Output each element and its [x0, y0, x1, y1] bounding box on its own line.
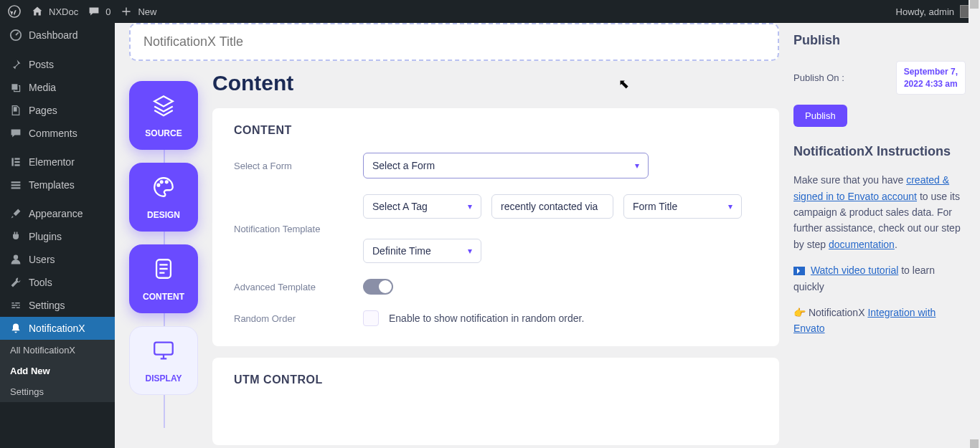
sidebar-item-elementor[interactable]: Elementor [0, 151, 115, 173]
select-via[interactable]: recently contacted via [491, 194, 613, 219]
sidebar-item-tools[interactable]: Tools [0, 271, 115, 294]
instructions-heading: NotificationX Instructions [793, 144, 966, 159]
select-value: Definite Time [372, 245, 431, 257]
utm-card: UTM CONTROL [212, 358, 779, 445]
scroll-up-arrow[interactable] [970, 0, 979, 9]
sidebar-item-media[interactable]: Media [0, 76, 115, 99]
select-value: Select a Form [372, 160, 435, 171]
svg-point-6 [14, 255, 18, 259]
sidebar-item-posts[interactable]: Posts [0, 53, 115, 76]
step-source[interactable]: SOURCE [129, 81, 198, 150]
sidebar-item-label: NotificationX [29, 323, 85, 334]
notification-title-input[interactable] [143, 34, 765, 49]
sidebar-item-dashboard[interactable]: Dashboard [0, 23, 115, 47]
elementor-icon [9, 156, 23, 168]
select-value: Select A Tag [372, 201, 428, 212]
select-tag[interactable]: Select A Tag ▾ [363, 194, 481, 219]
select-form[interactable]: Select a Form ▾ [363, 153, 649, 178]
svg-point-0 [9, 6, 20, 17]
wp-adminbar: NXDoc 0 New Howdy, admin [0, 0, 980, 23]
right-rail: Publish Publish On : September 7, 2022 4… [793, 23, 966, 448]
svg-rect-2 [11, 158, 13, 166]
label-advanced-template: Advanced Template [234, 282, 363, 292]
sidebar-item-label: Posts [29, 59, 54, 70]
svg-point-8 [161, 181, 163, 183]
comment-icon [9, 128, 23, 139]
instructions-paragraph: Make sure that you have created & signed… [793, 172, 966, 252]
label-notification-template: Notification Template [234, 224, 363, 234]
sidebar-item-label: Elementor [29, 156, 75, 168]
toggle-advanced-template[interactable] [363, 279, 393, 295]
sidebar-item-settings[interactable]: Settings [0, 294, 115, 317]
wp-logo-menu[interactable] [7, 5, 22, 18]
sidebar-item-label: Settings [29, 300, 65, 311]
publish-button[interactable]: Publish [793, 105, 847, 127]
sidebar-item-templates[interactable]: Templates [0, 173, 115, 196]
checkbox-random-order[interactable] [363, 310, 379, 326]
chevron-down-icon: ▾ [468, 201, 472, 211]
random-order-hint: Enable to show notification in random or… [389, 313, 584, 324]
sidebar-item-plugins[interactable]: Plugins [0, 225, 115, 248]
select-definite-time[interactable]: Definite Time ▾ [363, 239, 481, 263]
step-display[interactable]: DISPLAY [129, 326, 198, 395]
home-icon [30, 6, 44, 17]
section-heading-utm: UTM CONTROL [234, 373, 758, 386]
wordpress-icon [7, 5, 22, 18]
plug-icon [9, 231, 23, 242]
comment-icon [87, 6, 101, 17]
section-heading-content: CONTENT [234, 124, 758, 137]
step-content[interactable]: CONTENT [129, 244, 198, 313]
wrench-icon [9, 277, 23, 288]
comments-menu[interactable]: 0 [87, 6, 110, 17]
sidebar-item-notificationx[interactable]: NotificationX [0, 317, 115, 340]
publish-heading: Publish [793, 33, 966, 48]
new-label: New [138, 6, 156, 17]
scroll-down-arrow[interactable] [970, 439, 979, 448]
sidebar-item-pages[interactable]: Pages [0, 99, 115, 122]
sidebar-item-label: Plugins [29, 231, 62, 242]
label-random-order: Random Order [234, 313, 363, 324]
templates-icon [9, 179, 23, 191]
brush-icon [9, 208, 23, 219]
page-title: Content [212, 71, 779, 95]
submenu-item-all[interactable]: All NotificationX [0, 340, 115, 361]
bell-icon [9, 323, 23, 334]
site-name-menu[interactable]: NXDoc [30, 6, 78, 17]
sidebar-item-label: Comments [29, 128, 77, 139]
sidebar-item-comments[interactable]: Comments [0, 122, 115, 145]
step-label: SOURCE [145, 128, 182, 138]
howdy-text: Howdy, admin [896, 6, 954, 17]
select-value: recently contacted via [501, 201, 598, 212]
publish-date-box[interactable]: September 7, 2022 4:33 am [896, 61, 966, 95]
publish-on-label: Publish On : [793, 72, 844, 83]
user-icon [9, 254, 23, 265]
layers-icon [151, 93, 176, 123]
sidebar-item-users[interactable]: Users [0, 248, 115, 271]
publish-date-line1: September 7, [904, 67, 958, 77]
sidebar-item-label: Tools [29, 277, 52, 288]
step-label: DISPLAY [146, 373, 182, 383]
sidebar-item-label: Media [29, 82, 56, 93]
sidebar-item-label: Appearance [29, 208, 83, 219]
new-content-menu[interactable]: New [119, 6, 156, 17]
wizard-steps: SOURCE DESIGN CONTENT DISPLAY [129, 81, 198, 448]
select-form-title[interactable]: Form Title ▾ [623, 194, 742, 219]
monitor-icon [151, 338, 176, 368]
link-documentation[interactable]: documentation [829, 239, 895, 250]
sidebar-item-appearance[interactable]: Appearance [0, 202, 115, 225]
comments-count: 0 [105, 6, 110, 17]
site-name: NXDoc [49, 6, 78, 17]
step-label: CONTENT [143, 292, 184, 302]
link-watch-video[interactable]: Watch video tutorial [811, 264, 898, 276]
label-select-form: Select a Form [234, 161, 363, 171]
submenu-item-addnew[interactable]: Add New [0, 361, 115, 381]
submenu-item-settings[interactable]: Settings [0, 381, 115, 402]
window-scrollbar[interactable] [969, 0, 980, 448]
dashboard-icon [9, 29, 23, 42]
media-icon [9, 82, 23, 93]
step-design[interactable]: DESIGN [129, 163, 198, 232]
plus-icon [119, 6, 133, 16]
main-content: SOURCE DESIGN CONTENT DISPLAY [115, 23, 980, 448]
adminbar-account[interactable]: Howdy, admin [896, 5, 973, 18]
title-input-wrap [129, 23, 779, 61]
